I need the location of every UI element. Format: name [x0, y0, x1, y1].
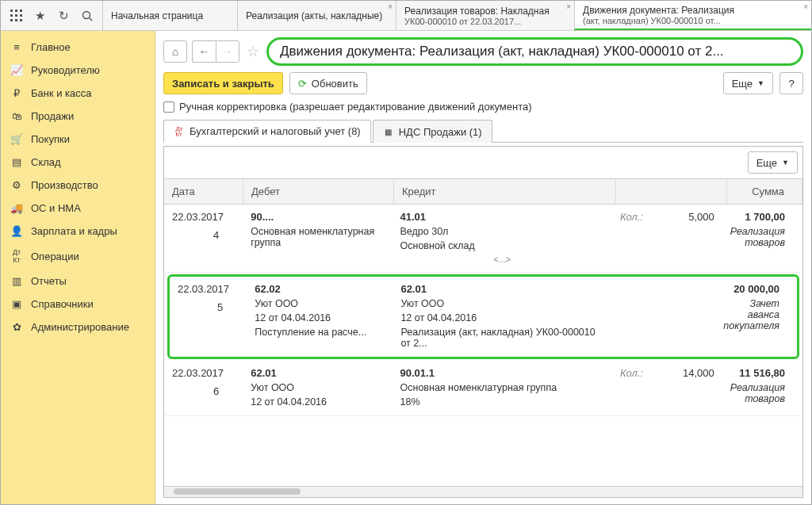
- settings-icon: ✿: [10, 321, 23, 333]
- tab-realization-doc[interactable]: Реализация товаров: Накладная УК00-00001…: [396, 1, 574, 30]
- toolbar: Записать и закрыть ⟳Обновить Еще▼ ?: [163, 72, 803, 94]
- dt-kt-icon: ДтКт: [174, 126, 185, 137]
- col-date[interactable]: Дата: [164, 179, 243, 204]
- tab-label: Реализация товаров: Накладная: [404, 6, 566, 17]
- col-debit[interactable]: Дебет: [243, 179, 394, 204]
- register-icon: ▦: [383, 126, 394, 137]
- tab-movements[interactable]: Движения документа: Реализация (акт, нак…: [574, 1, 811, 30]
- sidebar-label: ОС и НМА: [31, 202, 81, 214]
- top-icon-group: ★ ↻: [1, 1, 102, 30]
- menu-icon: ≡: [10, 41, 23, 53]
- book-icon: ▣: [10, 298, 23, 310]
- close-icon[interactable]: ×: [803, 2, 808, 11]
- sidebar-label: Руководителю: [31, 64, 100, 76]
- tab-label: Начальная страница: [111, 10, 229, 21]
- sidebar-item-assets[interactable]: 🚚ОС и НМА: [1, 197, 155, 220]
- tab-accounting[interactable]: ДтКт Бухгалтерский и налоговый учет (8): [163, 120, 371, 143]
- tab-realization-list[interactable]: Реализация (акты, накладные) ×: [237, 1, 396, 30]
- svg-rect-1: [15, 10, 17, 12]
- tab-label: Движения документа: Реализация: [583, 5, 803, 16]
- tab-home[interactable]: Начальная страница: [102, 1, 237, 30]
- table-more-button[interactable]: Еще▼: [748, 151, 798, 174]
- col-credit[interactable]: Кредит: [394, 179, 616, 204]
- tab-sublabel: УК00-000010 от 22.03.2017...: [404, 17, 566, 26]
- apps-grid-icon[interactable]: [6, 6, 26, 26]
- bag-icon: 🛍: [10, 110, 23, 122]
- svg-rect-7: [15, 19, 17, 21]
- chevron-down-icon: ▼: [782, 159, 789, 166]
- chart-icon: 📈: [10, 64, 23, 76]
- sidebar-label: Справочники: [31, 298, 94, 310]
- svg-rect-8: [20, 19, 22, 21]
- button-label: Записать и закрыть: [172, 78, 274, 90]
- favorite-star-icon[interactable]: ☆: [244, 43, 262, 60]
- sidebar-label: Продажи: [31, 110, 74, 122]
- table-row[interactable]: 22.03.2017662.01Уют ООО12 от 04.04.20169…: [164, 361, 802, 416]
- sidebar-label: Главное: [31, 41, 71, 53]
- star-icon[interactable]: ★: [29, 6, 50, 26]
- svg-point-9: [83, 11, 90, 18]
- search-icon[interactable]: [77, 6, 98, 26]
- sidebar-item-manager[interactable]: 📈Руководителю: [1, 59, 155, 82]
- svg-rect-3: [10, 14, 13, 17]
- sidebar-item-bank[interactable]: ₽Банк и касса: [1, 82, 155, 105]
- svg-rect-5: [20, 14, 22, 17]
- ruble-icon: ₽: [10, 87, 23, 99]
- sidebar-label: Зарплата и кадры: [31, 225, 117, 237]
- page-title: Движения документа: Реализация (акт, нак…: [266, 37, 803, 66]
- main-content: ⌂ ← → ☆ Движения документа: Реализация (…: [155, 31, 811, 504]
- close-icon[interactable]: ×: [388, 2, 393, 11]
- forward-button[interactable]: →: [216, 40, 239, 63]
- svg-rect-6: [10, 19, 13, 21]
- checkbox-icon[interactable]: [163, 101, 174, 113]
- more-button[interactable]: Еще▼: [723, 72, 773, 94]
- tab-label: НДС Продажи (1): [399, 126, 482, 138]
- svg-rect-2: [20, 10, 22, 12]
- close-icon[interactable]: ×: [566, 2, 571, 11]
- button-label: Обновить: [312, 78, 358, 90]
- sidebar-item-main[interactable]: ≡Главное: [1, 36, 155, 59]
- sidebar-label: Покупки: [31, 133, 70, 145]
- sidebar-item-operations[interactable]: ДтКтОперации: [1, 243, 155, 270]
- home-button[interactable]: ⌂: [163, 40, 187, 63]
- save-close-button[interactable]: Записать и закрыть: [163, 72, 283, 94]
- table-body[interactable]: 22.03.2017490....Основная номенклатурная…: [164, 205, 802, 486]
- back-button[interactable]: ←: [192, 40, 216, 63]
- top-tab-bar: ★ ↻ Начальная страница Реализация (акты,…: [1, 1, 811, 31]
- cart-icon: 🛒: [10, 133, 23, 145]
- sidebar-item-purchases[interactable]: 🛒Покупки: [1, 128, 155, 151]
- checkbox-label: Ручная корректировка (разрешает редактир…: [179, 101, 532, 113]
- sidebar-item-directories[interactable]: ▣Справочники: [1, 293, 155, 316]
- tab-label: Реализация (акты, накладные): [246, 10, 388, 21]
- inner-tabs: ДтКт Бухгалтерский и налоговый учет (8) …: [163, 119, 803, 143]
- horizontal-scrollbar[interactable]: [164, 486, 802, 497]
- sidebar-label: Производство: [31, 179, 98, 191]
- sidebar-item-sales[interactable]: 🛍Продажи: [1, 105, 155, 128]
- refresh-button[interactable]: ⟳Обновить: [289, 72, 367, 94]
- history-icon[interactable]: ↻: [53, 6, 74, 26]
- title-bar: ⌂ ← → ☆ Движения документа: Реализация (…: [163, 37, 803, 66]
- sidebar-label: Администрирование: [31, 321, 129, 333]
- table-header: Дата Дебет Кредит Сумма: [164, 178, 802, 205]
- table-row[interactable]: 22.03.2017562.02Уют ООО12 от 04.04.2016П…: [167, 274, 799, 359]
- sidebar-item-salary[interactable]: 👤Зарплата и кадры: [1, 220, 155, 243]
- stack-icon: ▤: [10, 156, 23, 168]
- sidebar-item-admin[interactable]: ✿Администрирование: [1, 316, 155, 339]
- col-sum[interactable]: Сумма: [727, 179, 802, 204]
- tab-vat-sales[interactable]: ▦ НДС Продажи (1): [373, 120, 492, 143]
- table-row[interactable]: 22.03.2017490....Основная номенклатурная…: [164, 205, 802, 273]
- sidebar-label: Банк и касса: [31, 87, 92, 99]
- sidebar-item-production[interactable]: ⚙Производство: [1, 174, 155, 197]
- col-qty[interactable]: [616, 179, 727, 204]
- manual-edit-checkbox-row[interactable]: Ручная корректировка (разрешает редактир…: [163, 101, 803, 113]
- help-button[interactable]: ?: [779, 72, 803, 94]
- sidebar-label: Склад: [31, 156, 61, 168]
- sidebar-label: Операции: [31, 251, 79, 262]
- tab-label: Бухгалтерский и налоговый учет (8): [190, 125, 361, 137]
- report-icon: ▥: [10, 275, 23, 287]
- refresh-icon: ⟳: [298, 78, 307, 90]
- sidebar-item-reports[interactable]: ▥Отчеты: [1, 270, 155, 293]
- svg-rect-4: [15, 14, 17, 17]
- sidebar-item-warehouse[interactable]: ▤Склад: [1, 151, 155, 174]
- scrollbar-thumb[interactable]: [174, 488, 301, 495]
